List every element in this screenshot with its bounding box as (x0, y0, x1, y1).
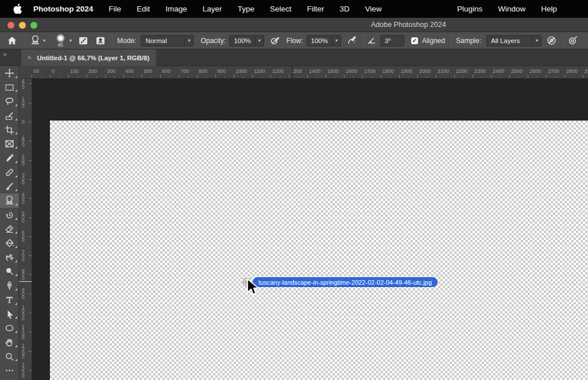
crop-tool[interactable] (0, 123, 19, 137)
ruler-tick-label: 2 0 0 (22, 79, 25, 89)
soft-brush-preview (56, 34, 65, 42)
sample-select[interactable]: All Layers ▾ (486, 35, 541, 46)
sample-value: All Layers (487, 36, 532, 46)
ignore-adjustment-layers-icon[interactable] (546, 34, 558, 48)
menu-3d[interactable]: 3D (339, 5, 349, 13)
ruler-tick-label: 9 0 0 (22, 288, 25, 300)
close-tab-icon[interactable]: ✕ (27, 55, 32, 61)
ruler-tick-label: 2600 (529, 68, 541, 74)
toggle-clone-source-panel-icon[interactable] (94, 34, 107, 48)
collapse-tools-panel-icon[interactable]: » (0, 49, 18, 66)
canvas-viewport[interactable]: tuscany-landscape-in-springtime-2022-02-… (32, 79, 588, 380)
frame-tool[interactable] (0, 137, 19, 151)
brush-tool[interactable] (0, 180, 19, 194)
smudge-tool[interactable] (0, 250, 19, 265)
history-brush-tool[interactable] (0, 208, 19, 222)
ruler-tick-label: 2400 (493, 68, 504, 74)
ruler-tick-label: 1000 (235, 68, 247, 74)
healing-brush-tool[interactable] (0, 165, 19, 180)
chevron-down-icon: ▾ (255, 36, 264, 46)
vertical-ruler[interactable]: 3 0 02 0 01 0 001 0 02 0 03 0 04 0 05 0 … (19, 79, 32, 380)
divider (451, 35, 451, 46)
pressure-size-icon[interactable] (567, 34, 579, 48)
clone-stamp-tool[interactable] (0, 193, 19, 208)
ellipse-shape-icon (5, 323, 14, 333)
zoom-window-button[interactable] (30, 22, 37, 29)
pressure-opacity-icon[interactable] (269, 34, 281, 48)
menu-type[interactable]: Type (238, 5, 254, 13)
toggle-brush-settings-panel-icon[interactable] (77, 34, 90, 48)
opacity-input[interactable]: 100% ▾ (229, 35, 264, 46)
horizontal-ruler[interactable]: 0001002003004005006007008009001000110012… (19, 66, 588, 79)
sample-label: Sample: (456, 37, 481, 45)
menu-window[interactable]: Window (482, 5, 525, 13)
menu-select[interactable]: Select (270, 5, 292, 13)
pen-tool[interactable] (0, 278, 19, 293)
menu-view[interactable]: View (365, 5, 382, 13)
menu-file[interactable]: File (109, 5, 121, 13)
eraser-tool[interactable] (0, 222, 19, 236)
blend-mode-select[interactable]: Normal ▾ (141, 35, 194, 46)
tool-flyout-indicator (15, 203, 17, 205)
brush-preset-picker[interactable]: 45 (53, 34, 68, 48)
path-selection-tool[interactable] (0, 307, 19, 321)
hand-icon (5, 338, 14, 347)
ruler-tick-label: 2 0 0 (22, 154, 25, 166)
ruler-tick-label: 1 0 0 (22, 135, 25, 147)
mode-label: Mode: (117, 37, 136, 45)
cursor-position-marker-vertical (19, 281, 32, 282)
dodge-tool[interactable] (0, 265, 19, 279)
hand-tool[interactable] (0, 335, 19, 350)
document-tab[interactable]: ✕ Untitled-1 @ 66,7% (Layer 1, RGB/8) (21, 49, 156, 66)
divider (24, 35, 25, 46)
menu-edit[interactable]: Edit (137, 5, 150, 13)
rectangular-marquee-tool[interactable] (0, 80, 19, 95)
ruler-tick-label: 4 0 0 (22, 193, 25, 204)
minimize-window-button[interactable] (19, 22, 26, 29)
pen-icon (5, 281, 14, 290)
apple-logo-icon[interactable] (13, 3, 22, 14)
type-tool[interactable] (0, 293, 19, 307)
chevron-down-icon[interactable]: ▾ (43, 38, 45, 43)
menu-layer[interactable]: Layer (203, 5, 222, 13)
brush-icon (5, 181, 14, 191)
tool-flyout-indicator (15, 274, 17, 276)
brush-size-value: 45 (57, 42, 63, 48)
ruler-tick-label: 1 1 0 0 (22, 325, 25, 340)
ruler-tick-label: 2300 (474, 68, 486, 74)
ruler-tick-label: 8 0 0 (22, 269, 25, 281)
menubar-app-name[interactable]: Photoshop 2024 (33, 5, 93, 13)
aligned-checkbox[interactable]: ✓ (411, 37, 418, 44)
ruler-tick-label: 2500 (511, 68, 523, 74)
menu-plugins[interactable]: Plugins (442, 5, 482, 13)
ruler-tick-label: 1 2 0 0 (22, 344, 25, 359)
gradient-tool[interactable] (0, 236, 19, 250)
eyedropper-tool[interactable] (0, 151, 19, 165)
object-selection-tool[interactable] (0, 108, 19, 123)
flow-input[interactable]: 100% ▾ (307, 35, 341, 46)
lasso-tool[interactable] (0, 94, 19, 108)
move-tool[interactable] (0, 66, 19, 80)
zoom-tool[interactable] (0, 350, 19, 364)
cursor-position-marker-horizontal (292, 66, 292, 79)
brush-angle-input[interactable]: 3° (380, 35, 404, 46)
chevron-down-icon[interactable]: ▾ (69, 38, 72, 43)
document-canvas-transparent[interactable]: tuscany-landscape-in-springtime-2022-02-… (50, 121, 588, 380)
brush-angle-icon (366, 34, 378, 48)
clone-stamp-icon (5, 196, 14, 205)
ruler-tick-label: 1500 (327, 68, 339, 74)
ruler-tick-label: 900 (217, 68, 226, 74)
menu-help[interactable]: Help (525, 5, 557, 13)
airbrush-icon[interactable] (346, 34, 358, 48)
aligned-label: Aligned (422, 37, 445, 45)
clone-stamp-tool-preset-icon[interactable] (29, 34, 41, 48)
close-window-button[interactable] (7, 22, 14, 29)
flow-value: 100% (307, 36, 332, 46)
menu-image[interactable]: Image (165, 5, 187, 13)
tool-flyout-indicator (15, 303, 17, 305)
home-icon[interactable] (6, 34, 18, 48)
menu-filter[interactable]: Filter (307, 5, 324, 13)
edit-toolbar-tool[interactable] (0, 363, 19, 378)
ellipse-shape-tool[interactable] (0, 321, 19, 335)
ruler-tick-label: 500 (144, 68, 152, 74)
